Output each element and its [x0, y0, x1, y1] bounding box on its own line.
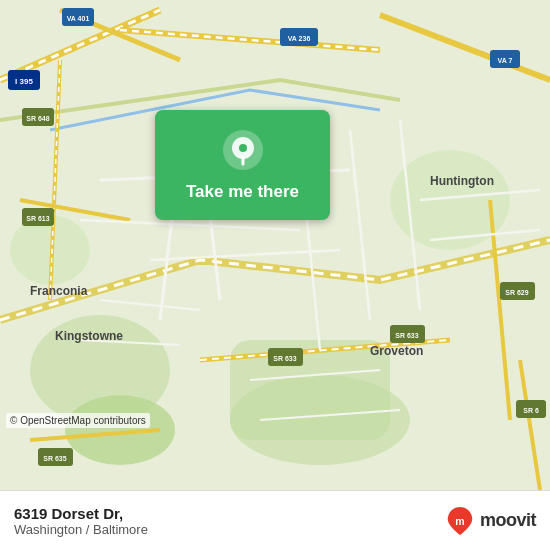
moovit-logo: m moovit: [446, 507, 536, 535]
moovit-label: moovit: [480, 510, 536, 531]
moovit-pin-icon: m: [446, 507, 474, 535]
city-line: Washington / Baltimore: [14, 522, 148, 537]
map-container: I 395 VA 401 VA 236 VA 7 SR 648 SR 613 S…: [0, 0, 550, 490]
svg-text:Groveton: Groveton: [370, 344, 423, 358]
svg-text:SR 633: SR 633: [395, 332, 418, 339]
svg-text:SR 613: SR 613: [26, 215, 49, 222]
osm-text: © OpenStreetMap contributors: [10, 415, 146, 426]
svg-text:Franconia: Franconia: [30, 284, 88, 298]
svg-text:SR 635: SR 635: [43, 455, 66, 462]
svg-text:m: m: [455, 514, 464, 526]
svg-text:SR 629: SR 629: [505, 289, 528, 296]
svg-text:Huntington: Huntington: [430, 174, 494, 188]
svg-text:VA 7: VA 7: [498, 57, 513, 64]
button-overlay: Take me there: [155, 110, 330, 220]
svg-text:VA 236: VA 236: [288, 35, 311, 42]
address-line: 6319 Dorset Dr,: [14, 505, 148, 522]
svg-text:SR 648: SR 648: [26, 115, 49, 122]
osm-attribution: © OpenStreetMap contributors: [6, 413, 150, 428]
svg-text:SR 6: SR 6: [523, 407, 539, 414]
svg-text:Kingstowne: Kingstowne: [55, 329, 123, 343]
svg-text:VA 401: VA 401: [67, 15, 90, 22]
location-pin-icon: [221, 128, 265, 172]
svg-text:SR 633: SR 633: [273, 355, 296, 362]
footer-bar: 6319 Dorset Dr, Washington / Baltimore m…: [0, 490, 550, 550]
button-label: Take me there: [186, 182, 299, 202]
svg-point-35: [239, 144, 247, 152]
footer-address-block: 6319 Dorset Dr, Washington / Baltimore: [14, 505, 148, 537]
svg-text:I 395: I 395: [15, 77, 33, 86]
take-me-there-button[interactable]: Take me there: [155, 110, 330, 220]
